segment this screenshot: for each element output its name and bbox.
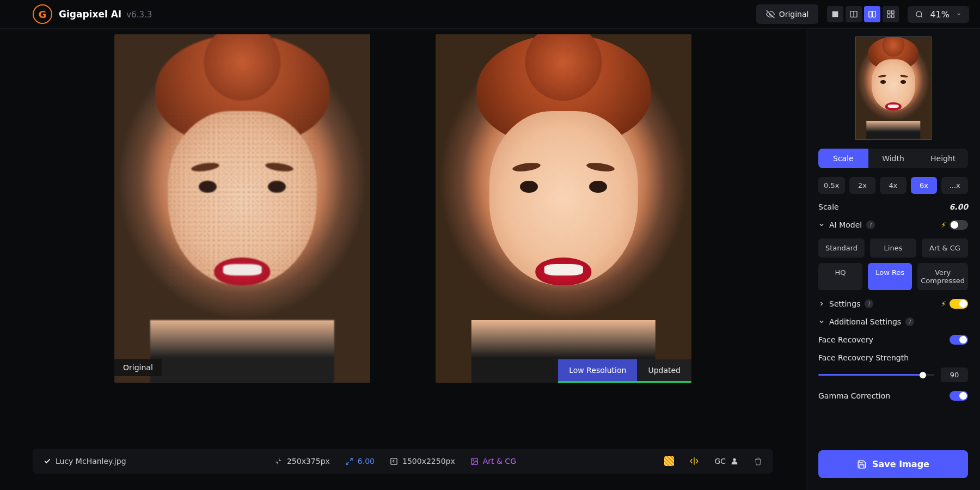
scale-presets: 0.5x 2x 4x 6x ...x — [818, 177, 968, 194]
original-pane[interactable]: Original — [114, 34, 370, 383]
face-recovery-toggle[interactable] — [950, 335, 968, 345]
preset-4x[interactable]: 4x — [880, 177, 906, 194]
tab-width[interactable]: Width — [868, 149, 918, 168]
svg-rect-0 — [832, 11, 838, 17]
topbar: G Gigapixel AI v6.3.3 Original 41% — [0, 0, 980, 29]
zoom-icon — [915, 10, 923, 19]
preset-2x[interactable]: 2x — [849, 177, 876, 194]
view-grid-button[interactable] — [883, 6, 899, 22]
output-icon — [390, 457, 398, 465]
model-lowres[interactable]: Low Res — [868, 263, 912, 290]
svg-rect-3 — [869, 11, 872, 17]
chevron-down-icon — [956, 11, 961, 17]
output-model-label: Low Resolution — [558, 359, 637, 381]
brand: G Gigapixel AI v6.3.3 — [33, 4, 152, 24]
ai-model-label: AI Model — [829, 220, 862, 229]
zoom-control[interactable]: 41% — [908, 6, 969, 23]
help-icon[interactable]: ? — [905, 317, 914, 326]
svg-point-9 — [916, 11, 922, 16]
scale-label: Scale — [818, 203, 839, 211]
expand-icon — [345, 457, 353, 465]
face-strength-label: Face Recovery Strength — [818, 353, 968, 362]
svg-point-16 — [733, 458, 736, 461]
view-single-button[interactable] — [827, 6, 843, 22]
view-split-button[interactable] — [846, 6, 862, 22]
face-strength-value[interactable]: 90 — [941, 367, 968, 382]
additional-settings-section[interactable]: Additional Settings ? — [818, 317, 968, 326]
filename: Lucy McHanley.jpg — [56, 457, 126, 465]
svg-rect-6 — [892, 11, 895, 14]
svg-line-11 — [350, 458, 352, 460]
chevron-right-icon — [818, 301, 825, 307]
toggle-original-button[interactable]: Original — [756, 4, 819, 24]
output-dimensions: 1500x2250px — [402, 457, 455, 465]
svg-line-10 — [921, 16, 923, 17]
model-artcg[interactable]: Art & CG — [922, 238, 968, 258]
preset-custom[interactable]: ...x — [941, 177, 968, 194]
model-grid: Standard Lines Art & CG HQ Low Res Very … — [818, 238, 968, 290]
preset-05x[interactable]: 0.5x — [818, 177, 845, 194]
app-title: Gigapixel AI — [59, 9, 121, 20]
thumbnail-icon[interactable] — [664, 456, 674, 466]
svg-rect-5 — [887, 11, 890, 14]
file-selected[interactable]: Lucy McHanley.jpg — [44, 457, 126, 465]
svg-rect-7 — [887, 15, 890, 17]
eye-off-icon — [766, 10, 775, 19]
sidebar: Scale Width Height 0.5x 2x 4x 6x ...x Sc… — [806, 29, 980, 490]
person-icon[interactable] — [730, 457, 739, 465]
check-icon — [44, 457, 51, 465]
collapse-icon — [274, 457, 283, 465]
face-strength-slider[interactable] — [818, 374, 934, 376]
scale-number: 6.00 — [949, 203, 968, 211]
tab-scale[interactable]: Scale — [818, 149, 868, 168]
help-icon[interactable]: ? — [865, 299, 873, 308]
save-image-button[interactable]: Save Image — [818, 450, 968, 478]
model-hq[interactable]: HQ — [818, 263, 862, 290]
scale-value: 6.00 — [358, 457, 375, 465]
app-logo-icon: G — [33, 4, 52, 24]
chevron-down-icon — [818, 318, 825, 325]
svg-point-15 — [473, 460, 474, 461]
svg-rect-4 — [873, 11, 875, 17]
save-icon — [857, 460, 867, 469]
original-label: Original — [114, 359, 162, 376]
ai-model-section[interactable]: AI Model ? — [818, 220, 875, 229]
view-sidebyside-button[interactable] — [864, 6, 880, 22]
help-icon[interactable]: ? — [866, 220, 875, 229]
bolt-icon: ⚡ — [941, 220, 946, 229]
svg-line-12 — [346, 462, 348, 464]
gamma-label: Gamma Correction — [818, 391, 890, 400]
mode-label: Art & CG — [483, 457, 516, 465]
save-btn-label: Save Image — [872, 459, 929, 469]
canvas-area: Original Low Resolution Updated ☺ ☹ — [0, 29, 806, 490]
trash-icon[interactable] — [754, 457, 762, 465]
settings-auto-toggle[interactable] — [950, 299, 968, 309]
additional-settings-label: Additional Settings — [829, 317, 901, 326]
view-mode-group — [827, 6, 899, 22]
compare-icon[interactable] — [689, 456, 699, 466]
output-pane[interactable]: Low Resolution Updated ☺ ☹ — [436, 34, 691, 383]
face-recovery-label: Face Recovery — [818, 335, 873, 344]
model-verycompressed[interactable]: Very Compressed — [917, 263, 968, 290]
image-icon — [470, 457, 479, 465]
preset-6x[interactable]: 6x — [911, 177, 938, 194]
gamma-toggle[interactable] — [950, 391, 968, 401]
original-btn-label: Original — [779, 10, 809, 19]
svg-rect-8 — [892, 15, 895, 17]
navigator-thumbnail[interactable] — [855, 36, 932, 140]
chevron-down-icon — [818, 222, 825, 228]
input-dimensions: 250x375px — [287, 457, 330, 465]
tab-height[interactable]: Height — [918, 149, 968, 168]
bolt-icon: ⚡ — [941, 299, 946, 308]
user-initials: GC — [714, 457, 726, 465]
settings-label: Settings — [829, 299, 860, 308]
model-standard[interactable]: Standard — [818, 238, 865, 258]
model-lines[interactable]: Lines — [870, 238, 916, 258]
settings-section[interactable]: Settings ? — [818, 299, 873, 308]
output-status-label: Updated — [637, 359, 691, 381]
resize-mode-tabs: Scale Width Height — [818, 149, 968, 168]
app-version: v6.3.3 — [126, 10, 152, 20]
ai-model-auto-toggle[interactable] — [950, 220, 968, 230]
zoom-value: 41% — [930, 9, 950, 20]
file-info-bar: Lucy McHanley.jpg 250x375px 6.00 1500x22… — [33, 449, 773, 474]
